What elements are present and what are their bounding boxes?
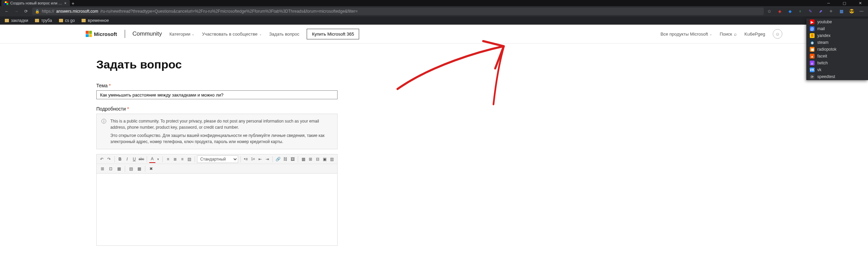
- italic-button[interactable]: I: [124, 155, 130, 163]
- buy-m365-button[interactable]: Купить Microsoft 365: [307, 29, 359, 39]
- microsoft-logo[interactable]: Microsoft: [86, 31, 117, 37]
- favorite-label: mail: [817, 26, 825, 31]
- nav-participate[interactable]: Участвовать в сообществе⌄: [202, 31, 261, 37]
- new-tab-button[interactable]: +: [70, 1, 76, 6]
- header-search[interactable]: Поиск⌕: [720, 31, 737, 37]
- editor-content-area[interactable]: [97, 174, 337, 245]
- redo-button[interactable]: ↷: [106, 155, 112, 163]
- favorites-item[interactable]: VKvk: [806, 66, 868, 73]
- nav-forward-button[interactable]: →: [13, 9, 20, 14]
- bold-button[interactable]: B: [117, 155, 123, 163]
- align-justify-button[interactable]: ▤: [186, 155, 193, 163]
- bullet-list-button[interactable]: •≡: [243, 155, 249, 163]
- favorite-label: speedtest: [817, 74, 835, 79]
- microsoft-logo-icon: [86, 31, 92, 37]
- favorite-favicon: Я: [810, 33, 815, 38]
- favorite-label: steam: [817, 40, 829, 45]
- clear-format-button[interactable]: ✖: [147, 165, 155, 173]
- font-color-dropdown[interactable]: ▾: [156, 155, 160, 163]
- tab-close-icon[interactable]: ×: [64, 1, 66, 5]
- browser-tab-bar: Создать новый вопрос или на… × + ─ ▢ ✕: [0, 0, 868, 6]
- favorites-item[interactable]: @mail: [806, 25, 868, 32]
- unlink-button[interactable]: ⛓: [282, 155, 289, 163]
- favorite-label: youtube: [817, 20, 832, 24]
- bookmark-folder[interactable]: труба: [35, 18, 52, 23]
- table-row-button[interactable]: ⊞: [307, 155, 314, 163]
- chevron-down-icon: ⌄: [259, 32, 262, 36]
- favorites-icon[interactable]: ✧: [828, 9, 834, 14]
- bookmark-folder[interactable]: закладки: [5, 18, 28, 23]
- community-link[interactable]: Community: [133, 30, 162, 37]
- favorites-item[interactable]: ⌕twitch: [806, 60, 868, 66]
- favorite-label: twitch: [817, 61, 828, 65]
- url-field[interactable]: 🔒 https://answers.microsoft.com/ru-ru/ne…: [32, 8, 764, 15]
- favorite-label: vk: [817, 67, 821, 72]
- nav-back-button[interactable]: ←: [3, 9, 10, 14]
- bookmark-folder[interactable]: cs go: [59, 18, 75, 23]
- header-avatar[interactable]: ☺: [773, 29, 782, 39]
- align-right-button[interactable]: ≡: [179, 155, 186, 163]
- indent-button[interactable]: ⇥: [264, 155, 271, 163]
- url-path: /ru-ru/newthread?threadtype=Questions&ca…: [100, 9, 358, 14]
- favorites-item[interactable]: ▣radiopotok: [806, 46, 868, 53]
- user-icon: ☺: [775, 31, 780, 37]
- align-center-button[interactable]: ≣: [172, 155, 179, 163]
- favorite-favicon: ▣: [810, 47, 815, 52]
- folder-icon: [35, 19, 39, 22]
- notice-text-ru: Это открытое сообщество. Для защиты ваше…: [110, 132, 332, 145]
- topic-input[interactable]: [96, 90, 338, 99]
- bookmark-folder[interactable]: временное: [82, 18, 109, 23]
- nav-all-products[interactable]: Все продукты Microsoft⌄: [660, 31, 712, 37]
- nav-reload-button[interactable]: ⟳: [23, 9, 29, 14]
- table-button[interactable]: ▦: [300, 155, 307, 163]
- outdent-button[interactable]: ⇤: [257, 155, 264, 163]
- browser-tab[interactable]: Создать новый вопрос или на… ×: [1, 0, 70, 6]
- browser-menu-icon[interactable]: ⋯: [859, 9, 865, 14]
- tool-b[interactable]: ⊡: [107, 165, 114, 173]
- ext-icon-5[interactable]: ⬈: [818, 9, 823, 14]
- collections-icon[interactable]: ▦: [839, 9, 844, 14]
- link-button[interactable]: 🔗: [275, 155, 281, 163]
- tool-d[interactable]: ▤: [127, 165, 135, 173]
- tab-title: Создать новый вопрос или на…: [10, 1, 62, 5]
- table-delete-button[interactable]: ▥: [329, 155, 335, 163]
- image-button[interactable]: 🖼: [289, 155, 296, 163]
- favorites-item[interactable]: ⟳speedtest: [806, 73, 868, 80]
- ext-icon-3[interactable]: ♀: [797, 9, 803, 14]
- favorite-favicon: ▲: [810, 54, 815, 59]
- align-left-button[interactable]: ≡: [165, 155, 171, 163]
- table-col-button[interactable]: ⊟: [315, 155, 321, 163]
- underline-button[interactable]: U: [131, 155, 137, 163]
- address-bar: ← → ⟳ 🔒 https://answers.microsoft.com/ru…: [0, 6, 868, 16]
- favorite-favicon: ▶: [810, 20, 815, 24]
- favorite-star-icon[interactable]: ✩: [767, 9, 772, 14]
- favorite-favicon: VK: [810, 67, 815, 72]
- favorites-item[interactable]: ◉steam: [806, 39, 868, 46]
- ext-icon-4[interactable]: ✎: [808, 9, 813, 14]
- ext-icon-2[interactable]: ◆: [787, 9, 793, 14]
- favorites-item[interactable]: Яyandex: [806, 32, 868, 39]
- window-close-button[interactable]: ✕: [852, 0, 868, 6]
- favorites-item[interactable]: ▶youtube: [806, 18, 868, 25]
- window-minimize-button[interactable]: ─: [821, 0, 836, 6]
- header-divider: [125, 30, 125, 38]
- tool-a[interactable]: ⊞: [99, 165, 106, 173]
- favorites-item[interactable]: ▲faceit: [806, 53, 868, 60]
- nav-ask-question[interactable]: Задать вопрос: [269, 31, 299, 37]
- ext-icon-1[interactable]: ◈: [777, 9, 782, 14]
- info-icon: i: [101, 119, 106, 124]
- table-cell-button[interactable]: ▣: [321, 155, 328, 163]
- nav-categories[interactable]: Категории⌄: [169, 31, 194, 37]
- tool-c[interactable]: ▦: [115, 165, 123, 173]
- undo-button[interactable]: ↶: [99, 155, 105, 163]
- paragraph-style-select[interactable]: Стандартный: [197, 155, 238, 163]
- window-maximize-button[interactable]: ▢: [836, 0, 852, 6]
- strike-button[interactable]: abc: [138, 155, 145, 163]
- number-list-button[interactable]: 1≡: [250, 155, 256, 163]
- favorite-label: yandex: [817, 33, 831, 38]
- font-color-button[interactable]: A: [149, 155, 156, 163]
- profile-avatar[interactable]: 😎: [849, 9, 854, 14]
- header-username[interactable]: Ku6ePgeg: [744, 31, 765, 37]
- tool-e[interactable]: ▦: [135, 165, 143, 173]
- details-label: Подробности *: [96, 106, 338, 112]
